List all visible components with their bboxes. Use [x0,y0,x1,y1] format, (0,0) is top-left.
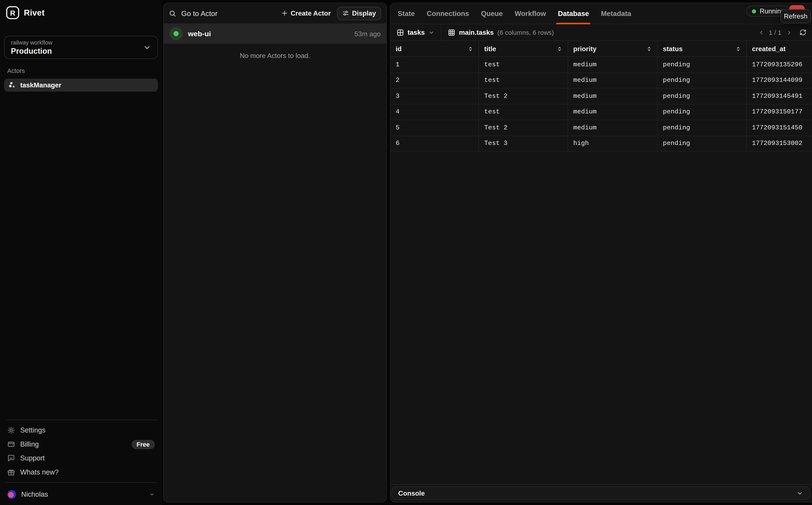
tab-queue[interactable]: Queue [481,3,503,24]
grid-icon [448,29,455,36]
table-row[interactable]: 1 test medium pending 1772093135296 [390,57,812,73]
cell-id: 2 [390,73,479,88]
table-row[interactable]: 6 Test 3 high pending 1772093153002 [390,136,812,152]
chevron-down-icon [429,29,435,35]
column-label: title [484,45,496,52]
cell-status: pending [658,104,747,120]
chevron-down-icon [149,492,155,497]
sort-icon [646,46,652,51]
sidebar: R Rivet railway workflow Production Acto… [0,0,162,505]
actors-section-heading: Actors [7,67,155,74]
cell-title: Test 2 [479,89,568,104]
cell-id: 4 [390,104,479,120]
table-selector-dropdown[interactable]: tasks [390,24,441,40]
chevron-down-icon [796,490,803,496]
app-screen: R Rivet railway workflow Production Acto… [0,0,812,505]
cell-title: test [479,104,568,120]
column-header-status[interactable]: status [658,41,747,56]
footer-item-label: Billing [20,441,39,448]
cell-id: 6 [390,136,479,151]
table-empty-area [390,152,812,484]
tab-workflow[interactable]: Workflow [514,3,546,24]
table-selector-value: tasks [408,29,425,36]
pagination-controls: 1 / 1 [758,29,812,36]
cell-created-at: 1772093153002 [747,136,812,151]
cell-priority: high [568,136,658,151]
display-options-button[interactable]: Display [337,6,381,20]
active-tab-underline [556,23,591,24]
sidebar-spacer [4,92,158,416]
refresh-tooltip: Refresh [781,9,811,23]
brand-header: R Rivet [6,6,156,19]
sidebar-item-support[interactable]: Support [4,451,158,465]
chevron-left-icon [758,29,764,35]
cell-created-at: 1772093135296 [747,57,812,72]
tab-database[interactable]: Database [558,3,589,24]
display-label: Display [352,9,376,17]
column-header-created-at[interactable]: created_at [747,41,812,56]
next-page-button[interactable] [786,29,792,35]
cell-priority: medium [568,89,658,104]
create-actor-button[interactable]: Create Actor [279,9,333,17]
table-icon [396,29,404,36]
footer-item-label: Whats new? [20,468,59,476]
actor-list-item-web-ui[interactable]: web-ui 53m ago [164,24,386,44]
table-row[interactable]: 5 Test 2 medium pending 1772093151450 [390,120,812,136]
project-environment-selector[interactable]: railway workflow Production [4,36,158,59]
actor-list-panel: Create Actor Display web-ui 53m ago No m… [163,3,387,502]
actor-list-header: Create Actor Display [164,3,386,24]
actor-shapes-icon [8,81,16,89]
plan-badge: Free [131,440,155,449]
console-toggle[interactable]: Console [391,486,810,500]
brand-name: Rivet [24,8,44,17]
cell-created-at: 1772093144099 [747,73,812,88]
sort-icon [468,46,473,51]
search-input[interactable] [180,9,275,18]
table-row[interactable]: 2 test medium pending 1772093144099 [390,73,812,89]
table-meta: (6 columns, 6 rows) [497,29,554,36]
environment-name: Production [11,46,143,55]
table-row[interactable]: 3 Test 2 medium pending 1772093145491 [390,89,812,104]
tooltip-label: Refresh [784,12,808,20]
sidebar-item-settings[interactable]: Settings [4,424,158,438]
column-label: id [395,45,401,52]
page-indicator: 1 / 1 [769,29,782,36]
plus-icon [281,10,288,17]
cell-created-at: 1772093145491 [747,89,812,104]
table-row[interactable]: 4 test medium pending 1772093150177 [390,104,812,120]
tab-connections[interactable]: Connections [427,3,469,24]
footer-item-label: Settings [20,426,45,434]
refresh-table-button[interactable] [800,29,806,36]
prev-page-button[interactable] [758,29,764,35]
cell-priority: medium [568,104,658,120]
chat-smile-icon [7,454,15,462]
column-header-title[interactable]: title [479,41,568,56]
table-full-name: main.tasks [459,29,494,36]
cell-status: pending [658,73,747,88]
cell-title: Test 2 [479,120,568,135]
sidebar-item-billing[interactable]: Billing Free [4,437,158,451]
console-label: Console [398,489,425,497]
column-header-priority[interactable]: priority [568,41,658,56]
divider [5,420,157,420]
tab-state[interactable]: State [398,3,415,24]
tab-metadata[interactable]: Metadata [601,3,631,24]
actor-status-halo [169,27,183,40]
database-toolbar: tasks main.tasks (6 columns, 6 rows) 1 /… [390,24,812,41]
empty-list-message: No more Actors to load. [164,52,386,59]
gift-icon [7,468,15,476]
console-dock: Console [390,484,812,502]
wallet-icon [7,441,15,448]
cell-priority: medium [568,57,658,72]
sidebar-item-whats-new[interactable]: Whats new? [4,465,158,479]
rivet-logo-icon: R [6,6,19,19]
column-header-id[interactable]: id [390,41,479,56]
column-label: status [663,45,683,52]
sidebar-item-taskmanager[interactable]: taskManager [4,79,158,92]
column-label: created_at [752,45,786,52]
actor-name: web-ui [188,29,211,38]
cell-id: 5 [390,120,479,135]
cell-title: test [479,73,568,88]
chevron-down-icon [143,43,151,51]
user-menu[interactable]: Nicholas [4,486,158,500]
